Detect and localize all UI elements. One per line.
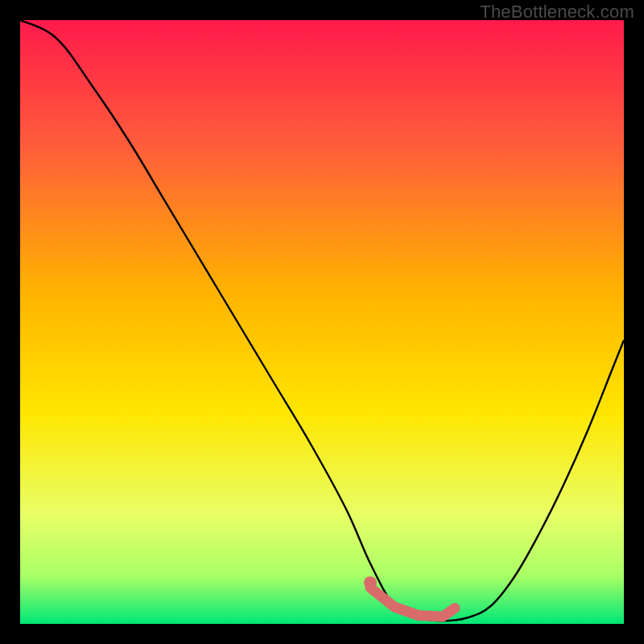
highlight-dot [364, 576, 377, 589]
figure-frame: TheBottleneck.com [0, 0, 644, 644]
bottleneck-chart [20, 20, 624, 624]
gradient-background [20, 20, 624, 624]
